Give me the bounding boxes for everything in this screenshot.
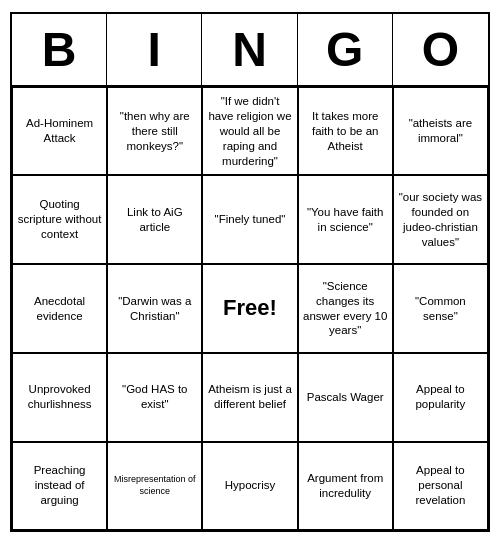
- bingo-letter-b: B: [12, 14, 107, 85]
- bingo-cell-0: Ad-Hominem Attack: [12, 87, 107, 176]
- bingo-cell-11: "Darwin was a Christian": [107, 264, 202, 353]
- bingo-cell-18: Pascals Wager: [298, 353, 393, 442]
- bingo-cell-3: It takes more faith to be an Atheist: [298, 87, 393, 176]
- bingo-cell-10: Anecdotal evidence: [12, 264, 107, 353]
- bingo-letter-i: I: [107, 14, 202, 85]
- bingo-cell-7: "Finely tuned": [202, 175, 297, 264]
- bingo-cell-2: "If we didn't have religion we would all…: [202, 87, 297, 176]
- bingo-cell-19: Appeal to popularity: [393, 353, 488, 442]
- bingo-letter-g: G: [298, 14, 393, 85]
- bingo-card: BINGO Ad-Hominem Attack"then why are the…: [10, 12, 490, 532]
- bingo-cell-5: Quoting scripture without context: [12, 175, 107, 264]
- bingo-cell-9: "our society was founded on judeo-christ…: [393, 175, 488, 264]
- bingo-cell-22: Hypocrisy: [202, 442, 297, 531]
- bingo-cell-23: Argument from incredulity: [298, 442, 393, 531]
- bingo-letter-o: O: [393, 14, 488, 85]
- bingo-cell-14: "Common sense": [393, 264, 488, 353]
- bingo-cell-16: "God HAS to exist": [107, 353, 202, 442]
- bingo-cell-13: "Science changes its answer every 10 yea…: [298, 264, 393, 353]
- bingo-header: BINGO: [12, 14, 488, 87]
- bingo-cell-24: Appeal to personal revelation: [393, 442, 488, 531]
- bingo-grid: Ad-Hominem Attack"then why are there sti…: [12, 87, 488, 530]
- bingo-cell-1: "then why are there still monkeys?": [107, 87, 202, 176]
- bingo-cell-12: Free!: [202, 264, 297, 353]
- bingo-cell-20: Preaching instead of arguing: [12, 442, 107, 531]
- bingo-cell-17: Atheism is just a different belief: [202, 353, 297, 442]
- bingo-cell-4: "atheists are immoral": [393, 87, 488, 176]
- bingo-cell-8: "You have faith in science": [298, 175, 393, 264]
- bingo-letter-n: N: [202, 14, 297, 85]
- bingo-cell-6: Link to AiG article: [107, 175, 202, 264]
- bingo-cell-21: Misrepresentation of science: [107, 442, 202, 531]
- bingo-cell-15: Unprovoked churlishness: [12, 353, 107, 442]
